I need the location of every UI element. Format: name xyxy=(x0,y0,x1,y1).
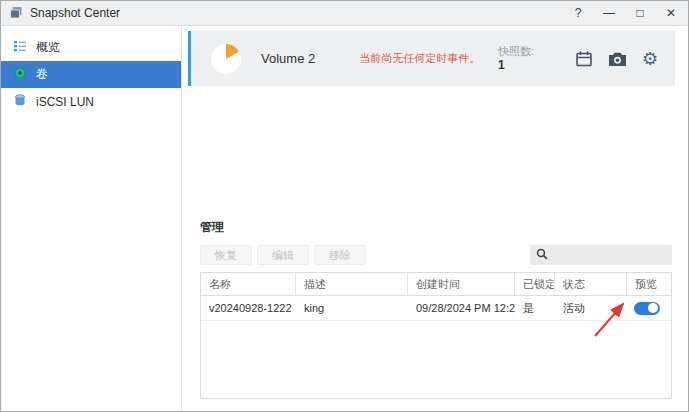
app-window: Snapshot Center ? — □ ✕ 概览 xyxy=(0,0,689,412)
toggle-knob xyxy=(648,303,658,313)
sidebar: 概览 卷 xyxy=(1,26,182,411)
column-header-description[interactable]: 描述 xyxy=(296,273,408,295)
sidebar-item-label: 概览 xyxy=(36,39,60,56)
sidebar-item-overview[interactable]: 概览 xyxy=(1,34,181,61)
window-title: Snapshot Center xyxy=(30,6,120,20)
volume-card: Volume 2 当前尚无任何定时事件。 快照数: 1 xyxy=(188,31,675,86)
help-button[interactable]: ? xyxy=(571,7,585,19)
column-header-preview[interactable]: 预览 xyxy=(627,273,671,295)
column-header-status[interactable]: 状态 xyxy=(555,273,627,295)
manage-section: 管理 恢复 编辑 移除 xyxy=(200,219,672,399)
iscsi-database-icon xyxy=(13,93,27,110)
volume-title: Volume 2 xyxy=(261,51,315,66)
sidebar-item-label: 卷 xyxy=(36,66,48,83)
content-pane: Volume 2 当前尚无任何定时事件。 快照数: 1 xyxy=(182,26,688,411)
window-controls: ? — □ ✕ xyxy=(571,7,678,19)
titlebar: Snapshot Center ? — □ ✕ xyxy=(1,1,688,26)
schedule-alert-text: 当前尚无任何定时事件。 xyxy=(359,51,480,66)
search-icon xyxy=(536,246,548,264)
search-input[interactable] xyxy=(553,249,666,261)
volume-disc-icon xyxy=(13,66,27,83)
minimize-button[interactable]: — xyxy=(602,7,616,19)
table-header-row: 名称 描述 创建时间 已锁定 状态 预览 xyxy=(201,273,671,296)
maximize-button[interactable]: □ xyxy=(633,7,647,19)
main-area: 概览 卷 xyxy=(1,26,688,411)
manage-title: 管理 xyxy=(200,219,672,236)
snapshot-table: 名称 描述 创建时间 已锁定 状态 预览 v20240928-1222 king… xyxy=(200,272,672,399)
close-button[interactable]: ✕ xyxy=(664,7,678,19)
overview-list-icon xyxy=(13,39,27,56)
volume-usage-pie-icon xyxy=(209,42,243,76)
column-header-name[interactable]: 名称 xyxy=(201,273,296,295)
edit-button[interactable]: 编辑 xyxy=(257,245,309,265)
sidebar-item-iscsi-lun[interactable]: iSCSI LUN xyxy=(1,88,181,115)
snapshot-layers-icon xyxy=(9,6,23,20)
table-row[interactable]: v20240928-1222 king 09/28/2024 PM 12:22 … xyxy=(201,296,671,321)
search-box[interactable] xyxy=(530,245,672,265)
column-header-locked[interactable]: 已锁定 xyxy=(515,273,555,295)
settings-gear-button[interactable]: ⚙ xyxy=(639,48,661,70)
column-header-created[interactable]: 创建时间 xyxy=(408,273,515,295)
manage-toolbar: 恢复 编辑 移除 xyxy=(200,245,672,265)
cell-preview xyxy=(627,296,671,320)
preview-toggle[interactable] xyxy=(634,302,660,315)
cell-created: 09/28/2024 PM 12:22 xyxy=(408,296,515,320)
cell-name: v20240928-1222 xyxy=(201,296,296,320)
cell-description: king xyxy=(296,296,408,320)
cell-locked: 是 xyxy=(515,296,555,320)
restore-button[interactable]: 恢复 xyxy=(200,245,252,265)
snapshot-count-label: 快照数: xyxy=(498,45,546,58)
snapshot-count: 快照数: 1 xyxy=(498,45,546,72)
cell-status: 活动 xyxy=(555,296,627,320)
schedule-calendar-button[interactable] xyxy=(573,48,595,70)
sidebar-item-label: iSCSI LUN xyxy=(36,95,94,109)
take-snapshot-camera-button[interactable] xyxy=(606,48,628,70)
sidebar-item-volume[interactable]: 卷 xyxy=(1,61,181,88)
snapshot-count-value: 1 xyxy=(498,58,546,72)
remove-button[interactable]: 移除 xyxy=(314,245,366,265)
